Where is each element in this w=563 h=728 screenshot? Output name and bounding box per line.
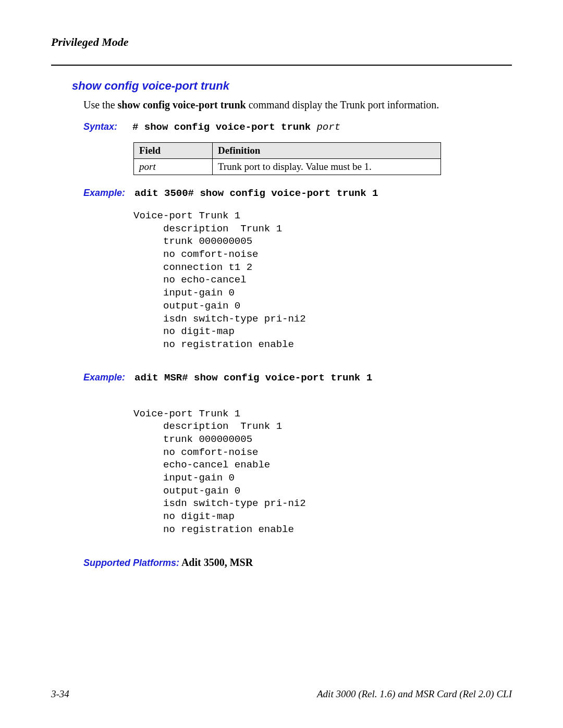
running-header: Privileged Mode [51,35,512,49]
definition-table: Field Definition port Trunk port to disp… [133,142,441,175]
table-cell-field: port [134,159,213,175]
footer-page-number: 3-34 [51,688,69,700]
example-1-output: Voice-port Trunk 1 description Trunk 1 t… [133,209,512,351]
table-header-row: Field Definition [134,143,441,159]
example-2-header: Example: adit MSR# show config voice-por… [83,372,512,384]
table-header-field: Field [134,143,213,159]
page-footer: 3-34 Adit 3000 (Rel. 1.6) and MSR Card (… [51,688,512,700]
intro-pre: Use the [83,99,118,110]
syntax-cmd-text: # show config voice-port trunk [132,121,316,133]
supported-platforms-value: Adit 3500, MSR [179,557,253,568]
supported-platforms-label: Supported Platforms: [83,558,179,568]
syntax-row: Syntax: # show config voice-port trunk p… [83,121,512,133]
table-row: port Trunk port to display. Value must b… [134,159,441,175]
intro-post: command display the Trunk port informati… [246,99,439,110]
content-area: show config voice-port trunk Use the sho… [72,79,512,569]
example-2-output: Voice-port Trunk 1 description Trunk 1 t… [133,408,512,536]
example-label-2: Example: [83,372,132,383]
example-label-1: Example: [83,188,132,199]
intro-command-name: show config voice-port trunk [118,99,246,110]
footer-doc-title: Adit 3000 (Rel. 1.6) and MSR Card (Rel 2… [317,688,512,700]
header-rule [51,65,512,66]
intro-paragraph: Use the show config voice-port trunk com… [83,98,512,112]
example-1-header: Example: adit 3500# show config voice-po… [83,188,512,199]
section-title: show config voice-port trunk [72,79,512,93]
example-1-command: adit 3500# show config voice-port trunk … [134,188,378,199]
page-container: Privileged Mode show config voice-port t… [0,0,563,728]
table-cell-definition: Trunk port to display. Value must be 1. [213,159,441,175]
supported-platforms-row: Supported Platforms: Adit 3500, MSR [83,557,512,569]
syntax-label: Syntax: [83,121,132,132]
table-header-definition: Definition [213,143,441,159]
example-2-command: adit MSR# show config voice-port trunk 1 [134,372,372,384]
syntax-param: port [316,121,340,133]
syntax-command: # show config voice-port trunk port [132,121,340,133]
